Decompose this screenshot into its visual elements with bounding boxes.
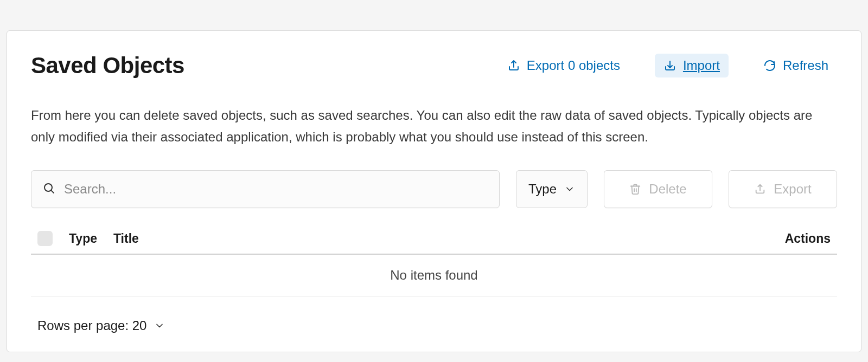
- export-icon: [507, 59, 520, 72]
- export-selected-label: Export: [774, 182, 811, 197]
- table-header: Type Title Actions: [31, 228, 837, 255]
- rows-per-page-button[interactable]: Rows per page: 20: [31, 316, 171, 335]
- chevron-down-icon: [154, 320, 165, 331]
- export-selected-button[interactable]: Export: [729, 170, 837, 208]
- import-icon: [663, 59, 676, 72]
- table-empty-message: No items found: [31, 255, 837, 296]
- export-icon: [754, 183, 766, 195]
- refresh-icon: [763, 59, 776, 72]
- export-objects-button[interactable]: Export 0 objects: [499, 54, 629, 77]
- search-field-wrapper[interactable]: [31, 170, 500, 208]
- trash-icon: [629, 183, 641, 195]
- delete-button[interactable]: Delete: [604, 170, 712, 208]
- refresh-button[interactable]: Refresh: [755, 54, 837, 77]
- search-input[interactable]: [55, 182, 488, 197]
- chevron-down-icon: [564, 184, 575, 195]
- page-description: From here you can delete saved objects, …: [31, 105, 837, 147]
- page-title: Saved Objects: [31, 53, 184, 79]
- column-header-title: Title: [113, 231, 139, 246]
- rows-per-page-label: Rows per page: 20: [37, 318, 146, 333]
- toolbar: Type Delete: [31, 170, 837, 208]
- refresh-label: Refresh: [783, 58, 828, 73]
- column-header-actions: Actions: [785, 231, 831, 246]
- type-filter-label: Type: [528, 182, 557, 197]
- import-label: Import: [683, 58, 720, 73]
- type-filter-button[interactable]: Type: [516, 170, 588, 208]
- column-header-type: Type: [69, 231, 97, 246]
- search-icon: [42, 182, 55, 197]
- header-actions: Export 0 objects Import: [499, 54, 837, 77]
- import-button[interactable]: Import: [655, 54, 729, 77]
- svg-point-0: [44, 184, 52, 191]
- export-objects-label: Export 0 objects: [527, 58, 620, 73]
- delete-label: Delete: [649, 182, 686, 197]
- svg-line-1: [52, 191, 54, 193]
- select-all-checkbox[interactable]: [37, 231, 53, 246]
- saved-objects-panel: Saved Objects Export 0 objects: [7, 30, 861, 352]
